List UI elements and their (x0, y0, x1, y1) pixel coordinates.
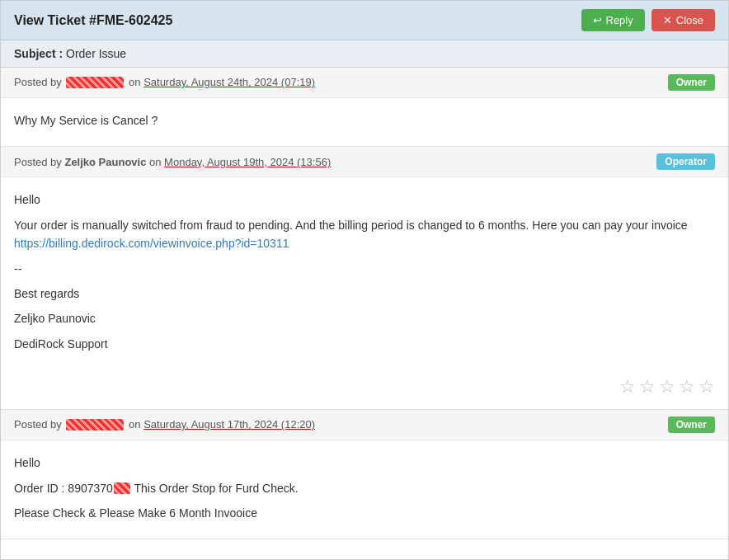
star-5[interactable]: ☆ (698, 376, 715, 398)
meta-text-3: Posted by on Saturday, August 17th, 2024… (14, 418, 315, 431)
meta-text-2: Posted by Zeljko Paunovic on Monday, Aug… (14, 156, 331, 168)
reply-icon: ↩ (593, 14, 602, 26)
subject-value: Order Issue (66, 47, 126, 60)
message-meta-1: Posted by on Saturday, August 24th, 2024… (1, 68, 728, 98)
badge-3: Owner (668, 416, 715, 433)
message-block-2: Posted by Zeljko Paunovic on Monday, Aug… (1, 147, 728, 410)
reply-label: Reply (606, 14, 633, 26)
message-meta-2: Posted by Zeljko Paunovic on Monday, Aug… (1, 147, 728, 177)
body-hello-2: Hello (14, 191, 715, 209)
body-main-2: Your order is manually switched from fra… (14, 216, 715, 253)
header-buttons: ↩ Reply ✕ Close (581, 9, 716, 31)
date-1: Saturday, August 24th, 2024 (07:19) (143, 76, 315, 88)
body-company-2: DediRock Support (14, 335, 715, 353)
date-3: Saturday, August 17th, 2024 (12:20) (143, 418, 315, 431)
ticket-title: View Ticket #FME-602425 (14, 13, 172, 28)
author-redacted-1 (66, 77, 124, 88)
invoice-link[interactable]: https://billing.dedirock.com/viewinvoice… (14, 237, 289, 250)
close-label: Close (676, 14, 703, 26)
star-3[interactable]: ☆ (659, 376, 675, 398)
body-hello-3: Hello (14, 454, 715, 472)
subject-label: Subject : (14, 47, 63, 60)
message-body-2: Hello Your order is manually switched fr… (1, 177, 728, 369)
close-button[interactable]: ✕ Close (651, 9, 715, 31)
message-block-1: Posted by on Saturday, August 24th, 2024… (1, 68, 728, 147)
ticket-header: View Ticket #FME-602425 ↩ Reply ✕ Close (1, 1, 728, 40)
order-id-redacted (114, 482, 130, 494)
badge-1: Owner (668, 74, 715, 91)
subject-bar: Subject : Order Issue (1, 40, 728, 68)
body-dash-2: -- (14, 260, 715, 278)
body-check-3: Please Check & Please Make 6 Month Invoo… (14, 504, 715, 522)
body-line-1-0: Why My Service is Cancel ? (14, 111, 715, 129)
body-name-2: Zeljko Paunovic (14, 309, 715, 327)
message-body-1: Why My Service is Cancel ? (1, 98, 728, 146)
body-regards-2: Best regards (14, 285, 715, 303)
reply-button[interactable]: ↩ Reply (581, 9, 645, 31)
badge-2: Operator (656, 153, 715, 170)
author-redacted-3 (66, 419, 124, 431)
body-order-3: Order ID : 8907370 This Order Stop for F… (14, 479, 715, 497)
date-2: Monday, August 19th, 2024 (13:56) (164, 156, 331, 168)
close-icon: ✕ (663, 14, 672, 26)
author-2: Zeljko Paunovic (64, 156, 146, 168)
star-1[interactable]: ☆ (619, 376, 636, 398)
stars-row: ☆ ☆ ☆ ☆ ☆ (1, 369, 728, 409)
message-meta-3: Posted by on Saturday, August 17th, 2024… (1, 410, 728, 440)
star-4[interactable]: ☆ (679, 376, 695, 398)
ticket-container: View Ticket #FME-602425 ↩ Reply ✕ Close … (0, 0, 729, 560)
meta-text-1: Posted by on Saturday, August 24th, 2024… (14, 76, 315, 89)
message-block-3: Posted by on Saturday, August 17th, 2024… (1, 410, 728, 539)
message-body-3: Hello Order ID : 8907370 This Order Stop… (1, 440, 728, 539)
star-2[interactable]: ☆ (639, 376, 656, 398)
